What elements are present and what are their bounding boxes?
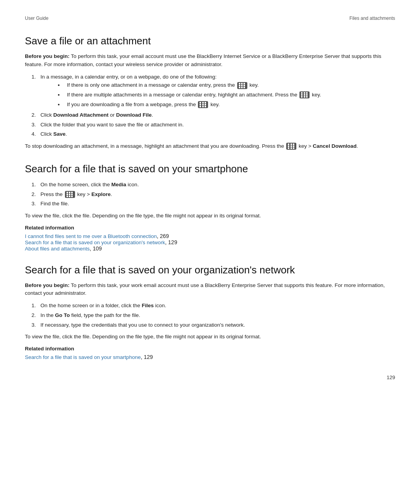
section1-bullet1-text: If there is only one attachment in a mes… xyxy=(67,82,236,88)
section1-bullet2: If there are multiple attachments in a m… xyxy=(64,91,395,99)
section1-step2-text: Click xyxy=(40,112,53,118)
section2-step1-text: On the home screen, click the xyxy=(40,182,111,187)
section3-link1: Search for a file that is saved on your … xyxy=(25,354,395,360)
section1-step1: In a message, in a calendar entry, or on… xyxy=(37,73,395,108)
section2-step2-end: key > xyxy=(77,191,91,197)
section3-title: Search for a file that is saved on your … xyxy=(25,264,395,276)
section3-links: Search for a file that is saved on your … xyxy=(25,354,395,360)
key-icon-1 xyxy=(237,82,247,89)
section3-step2-text: In the xyxy=(40,312,55,318)
section1-step2-bold2: Download File xyxy=(116,112,152,118)
section2-note: To view the file, click the file. Depend… xyxy=(25,212,395,220)
section2-link3: About files and attachments, 109 xyxy=(25,245,395,252)
section-search-network: Search for a file that is saved on your … xyxy=(25,264,395,360)
section1-step3-text: Click the folder that you want to save t… xyxy=(40,122,184,128)
section2-link3-page: , 109 xyxy=(90,245,102,252)
section1-bullet3-end: key. xyxy=(210,102,220,107)
section1-before-begin-text: To perform this task, your email account… xyxy=(25,53,382,67)
key-icon-2 xyxy=(299,91,310,98)
section3-related-label: Related information xyxy=(25,345,395,353)
section3-step3: If necessary, type the credentials that … xyxy=(37,321,395,329)
section1-bullet3: If you are downloading a file from a web… xyxy=(64,100,395,109)
section1-step2-period: . xyxy=(152,112,153,118)
key-icon-3 xyxy=(198,101,208,108)
page-header: User Guide Files and attachments xyxy=(25,16,395,21)
section3-step2: In the Go To field, type the path for th… xyxy=(37,311,395,320)
section2-link2: Search for a file that is saved on your … xyxy=(25,239,395,245)
section2-link1: I cannot find files sent to me over a Bl… xyxy=(25,233,395,239)
section1-bullets: If there is only one attachment in a mes… xyxy=(64,81,395,108)
section3-step2-bold: Go To xyxy=(55,312,70,318)
section2-step1-bold: Media xyxy=(111,182,126,187)
header-right: Files and attachments xyxy=(350,16,395,21)
header-left: User Guide xyxy=(25,16,49,21)
section2-step1: On the home screen, click the Media icon… xyxy=(37,180,395,189)
section1-stop-bold: Cancel Download xyxy=(313,143,357,149)
section2-title: Search for a file that is saved on your … xyxy=(25,163,395,175)
section1-title: Save a file or an attachment xyxy=(25,35,395,47)
section3-before-begin: Before you begin: To perform this task, … xyxy=(25,282,395,298)
section3-step1-bold: Files xyxy=(142,303,154,308)
section1-step4-period: . xyxy=(66,131,67,137)
section2-step2-bold: Explore xyxy=(91,191,111,197)
section1-bullet2-text: If there are multiple attachments in a m… xyxy=(67,92,299,98)
section1-step3: Click the folder that you want to save t… xyxy=(37,121,395,129)
section2-step2-text: Press the xyxy=(40,191,64,197)
section1-before-begin-label: Before you begin: xyxy=(25,53,70,59)
section1-bullet2-end: key. xyxy=(312,92,321,98)
key-icon-4 xyxy=(286,143,296,150)
page: User Guide Files and attachments Save a … xyxy=(0,0,420,396)
section3-before-begin-text: To perform this task, your work email ac… xyxy=(25,282,385,296)
section2-link2-anchor[interactable]: Search for a file that is saved on your … xyxy=(25,240,165,245)
section1-before-begin: Before you begin: To perform this task, … xyxy=(25,52,395,69)
section2-link2-page: , 129 xyxy=(165,239,177,245)
section3-before-begin-label: Before you begin: xyxy=(25,282,70,288)
section1-steps: In a message, in a calendar entry, or on… xyxy=(37,73,395,138)
section2-step2: Press the key > Explore. xyxy=(37,190,395,199)
section1-step1-text: In a message, in a calendar entry, or on… xyxy=(40,74,217,80)
key-icon-5 xyxy=(65,191,75,198)
section2-step3-text: Find the file. xyxy=(40,201,69,206)
section1-bullet3-text: If you are downloading a file from a web… xyxy=(67,102,197,107)
section3-step1: On the home screen or in a folder, click… xyxy=(37,301,395,310)
section2-step2-period: . xyxy=(110,191,112,197)
section2-link1-anchor[interactable]: I cannot find files sent to me over a Bl… xyxy=(25,233,157,239)
section3-step2-end: field, type the path for the file. xyxy=(70,312,140,318)
section1-step4-text: Click xyxy=(40,131,53,137)
section1-stop-note: To stop downloading an attachment, in a … xyxy=(25,142,395,150)
section1-step2: Click Download Attachment or Download Fi… xyxy=(37,111,395,119)
section1-stop-period: . xyxy=(357,143,358,149)
section2-links: I cannot find files sent to me over a Bl… xyxy=(25,233,395,252)
section3-steps: On the home screen or in a folder, click… xyxy=(37,301,395,329)
section3-step3-text: If necessary, type the credentials that … xyxy=(40,322,245,328)
section1-step4-bold: Save xyxy=(53,131,66,137)
section3-step1-end: icon. xyxy=(154,303,166,308)
section3-link1-anchor[interactable]: Search for a file that is saved on your … xyxy=(25,354,141,360)
section-search-smartphone: Search for a file that is saved on your … xyxy=(25,163,395,252)
section1-bullet1-end: key. xyxy=(250,82,259,88)
section1-stop-text2: key > xyxy=(299,143,313,149)
section1-stop-text: To stop downloading an attachment, in a … xyxy=(25,143,285,149)
section2-related-label: Related information xyxy=(25,224,395,232)
section1-step4: Click Save. xyxy=(37,130,395,138)
section2-link1-page: , 269 xyxy=(157,233,169,239)
section1-bullet1: If there is only one attachment in a mes… xyxy=(64,81,395,89)
section1-step2-or: or xyxy=(108,112,116,118)
section2-step3: Find the file. xyxy=(37,200,395,208)
page-number: 129 xyxy=(387,374,395,380)
section2-steps: On the home screen, click the Media icon… xyxy=(37,180,395,208)
section3-step1-text: On the home screen or in a folder, click… xyxy=(40,303,142,308)
section3-note: To view the file, click the file. Depend… xyxy=(25,333,395,341)
section-save-file: Save a file or an attachment Before you … xyxy=(25,35,395,150)
section2-link3-anchor[interactable]: About files and attachments xyxy=(25,246,90,252)
section1-step2-bold1: Download Attachment xyxy=(53,112,108,118)
section2-step1-end: icon. xyxy=(126,182,139,187)
section3-link1-page: , 129 xyxy=(141,354,153,360)
